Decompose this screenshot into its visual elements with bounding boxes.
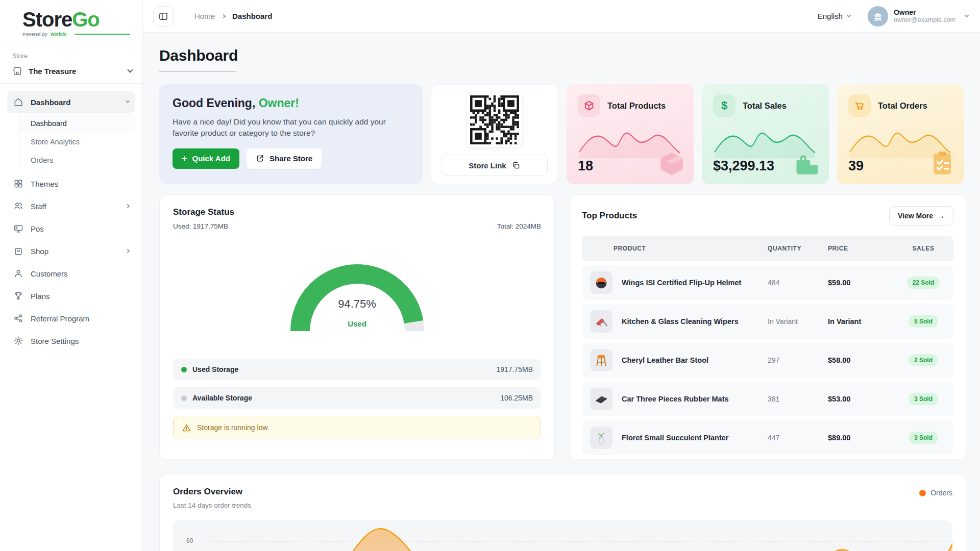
sidebar-item-customers[interactable]: Customers <box>7 262 135 285</box>
powered-underline <box>75 34 130 35</box>
gear-icon <box>13 336 23 346</box>
product-image-wiper <box>590 310 612 333</box>
share-store-button[interactable]: Share Store <box>247 148 322 169</box>
sidebar-item-shop[interactable]: Shop <box>7 240 135 262</box>
top-products-title: Top Products <box>582 211 637 221</box>
chevron-down-icon <box>965 13 969 17</box>
sidebar-item-label: Staff <box>31 202 119 211</box>
storage-rows: Used Storage 1917.75MB Available Storage… <box>173 359 541 409</box>
chevron-down-icon <box>127 67 133 72</box>
orders-overview-title: Orders Overview <box>173 487 251 497</box>
stat-value: $3,299.13 <box>713 158 818 174</box>
qr-code-image <box>470 95 519 144</box>
sidebar-subitem-dashboard[interactable]: Dashboard <box>19 114 135 133</box>
sidebar-nav: Dashboard Dashboard Store Analytics Orde… <box>0 84 142 359</box>
greeting-card: Good Evening, Owner! Have a nice day! Di… <box>159 84 423 184</box>
storage-status-panel: Storage Status Used: 1917.75MB Total: 20… <box>159 194 555 460</box>
shopping-bag-icon <box>13 246 23 256</box>
sidebar-item-pos[interactable]: Pos <box>7 217 135 240</box>
chevron-right-icon <box>126 204 130 208</box>
orders-overview-subtitle: Last 14 days order trends <box>173 502 251 509</box>
summary-cards-row: Good Evening, Owner! Have a nice day! Di… <box>159 84 966 184</box>
dollar-icon: $ <box>713 94 736 117</box>
breadcrumb-separator-icon <box>222 14 226 18</box>
stat-value: 18 <box>578 158 682 174</box>
stat-card-total-orders: Total Orders 39 <box>837 84 964 184</box>
gray-dot-icon <box>181 395 187 401</box>
chevron-down-icon <box>847 13 851 17</box>
language-selector[interactable]: English <box>818 12 850 20</box>
sidebar-item-label: Dashboard <box>31 98 119 107</box>
qr-card: Store Link <box>431 84 558 184</box>
table-row[interactable]: Car Three Pieces Rubber Mats 381 $53.00 … <box>582 382 953 416</box>
sidebar-item-dashboard[interactable]: Dashboard <box>7 91 135 113</box>
sidebar-item-themes[interactable]: Themes <box>7 172 135 195</box>
breadcrumb-home[interactable]: Home <box>194 12 215 20</box>
sidebar-item-staff[interactable]: Staff <box>7 195 135 217</box>
orders-legend: Orders <box>919 489 952 497</box>
quick-add-button[interactable]: + Quick Add <box>173 148 239 169</box>
sidebar-item-plans[interactable]: Plans <box>7 285 135 307</box>
store-qr-code <box>467 92 522 147</box>
chevron-right-icon <box>126 249 130 253</box>
home-icon <box>13 97 23 107</box>
orders-overview-panel: Orders Overview Last 14 days order trend… <box>159 474 966 551</box>
store-link-button[interactable]: Store Link <box>442 155 548 176</box>
sidebar-toggle-button[interactable] <box>153 6 174 27</box>
sidebar-item-label: Shop <box>31 247 119 256</box>
sales-badge: 3 Sold <box>909 432 938 444</box>
brand-name-green: Go <box>72 8 100 31</box>
users-icon <box>13 201 23 211</box>
sidebar-subitem-store-analytics[interactable]: Store Analytics <box>19 133 135 151</box>
table-row[interactable]: Kitchen & Glass Cleaning Wipers In Varia… <box>582 304 953 339</box>
sidebar-item-label: Customers <box>31 269 129 278</box>
stat-value: 39 <box>848 158 953 174</box>
sidebar-item-label: Themes <box>31 180 129 188</box>
table-row[interactable]: Wings ISI Certified Flip-Up Helmet 484 $… <box>582 265 953 300</box>
y-axis-tick: 60 <box>186 537 193 544</box>
building-icon <box>872 11 884 22</box>
stat-title: Total Sales <box>743 101 787 111</box>
table-row[interactable]: Floret Small Succulent Planter 447 $89.0… <box>582 420 953 455</box>
sidebar-item-store-settings[interactable]: Store Settings <box>7 330 135 352</box>
brand-name-dark: Store <box>22 8 72 31</box>
table-row[interactable]: Cheryl Leather Bar Stool 297 $58.00 2 So… <box>582 343 953 378</box>
sidebar-item-label: Store Settings <box>31 337 129 345</box>
main-content: Dashboard Good Evening, Owner! Have a ni… <box>143 33 980 551</box>
storage-title: Storage Status <box>173 207 541 217</box>
grid-icon <box>13 179 23 189</box>
used-storage-row: Used Storage 1917.75MB <box>173 359 541 380</box>
chevron-down-icon <box>126 99 130 103</box>
view-more-button[interactable]: View More → <box>889 206 953 226</box>
storage-used-text: Used: 1917.75MB <box>173 222 228 230</box>
sidebar: StoreGo Powered By Workdo Store The Trea… <box>0 0 143 551</box>
stat-card-total-products: Total Products 18 <box>567 84 694 184</box>
avatar <box>868 6 888 27</box>
sidebar-subitem-orders[interactable]: Orders <box>19 151 135 169</box>
middle-row: Storage Status Used: 1917.75MB Total: 20… <box>159 194 966 460</box>
user-name: Owner <box>894 8 955 16</box>
storage-gauge: 94.75% Used <box>281 251 434 336</box>
stat-title: Total Products <box>607 101 666 111</box>
storefront-icon <box>12 66 22 76</box>
title-underline <box>159 71 236 72</box>
powered-brand: Workdo <box>51 32 66 37</box>
page-title: Dashboard <box>159 47 966 64</box>
language-label: English <box>818 12 843 20</box>
products-table-header: PRODUCT QUANTITY PRICE SALES <box>582 236 953 261</box>
top-header: Home Dashboard English Owner owner@examp… <box>143 0 980 33</box>
powered-by: Powered By Workdo <box>22 32 130 37</box>
sidebar-item-label: Referral Program <box>31 314 129 323</box>
arrow-right-icon: → <box>938 212 945 220</box>
user-menu[interactable]: Owner owner@example.com <box>868 6 968 27</box>
top-products-panel: Top Products View More → PRODUCT QUANTIT… <box>569 194 966 460</box>
breadcrumb-current: Dashboard <box>232 12 272 20</box>
store-name: The Treasure <box>29 67 122 76</box>
gauge-label: Used <box>281 319 434 328</box>
sales-badge: 22 Sold <box>907 277 940 289</box>
store-selector[interactable]: The Treasure <box>12 66 132 76</box>
sales-badge: 3 Sold <box>909 393 938 405</box>
external-link-icon <box>256 154 264 163</box>
sidebar-item-referral-program[interactable]: Referral Program <box>7 307 135 330</box>
brand-logo[interactable]: StoreGo Powered By Workdo <box>0 0 142 44</box>
